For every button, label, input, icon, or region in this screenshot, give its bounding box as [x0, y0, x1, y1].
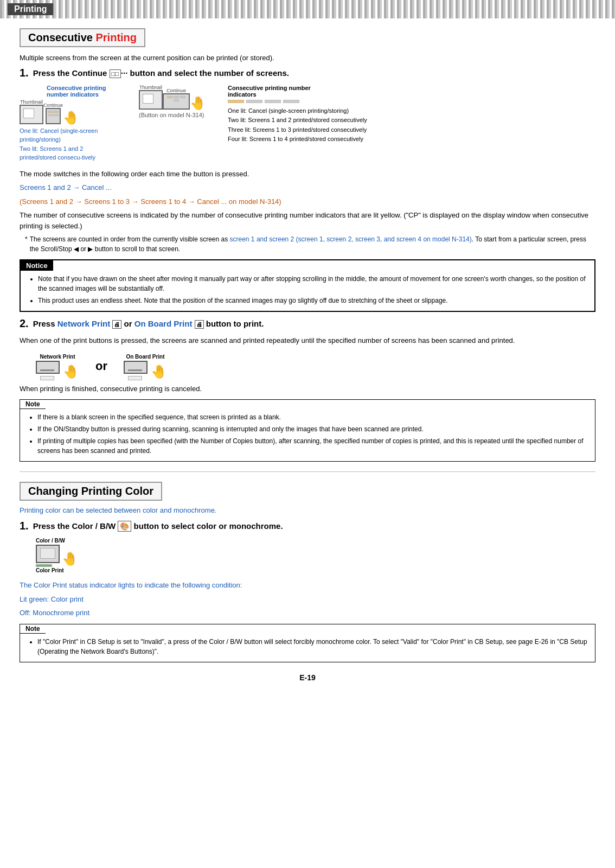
- on-board-printer-paper: [128, 376, 142, 380]
- color-note-title: Note: [20, 624, 46, 634]
- fig-left-title: Consecutive printingnumber indicators: [47, 85, 106, 98]
- color-note-body: If "Color Print" in CB Setup is set to "…: [20, 634, 595, 662]
- print-btns-row: Network Print 🤚 or On Board Print: [36, 354, 595, 379]
- network-print-link: Network Print: [57, 319, 111, 328]
- step1-num: 1.: [20, 67, 29, 79]
- step1-text: Press the Continue □□··· button and sele…: [33, 68, 289, 78]
- page-number: E-19: [299, 673, 316, 682]
- notice-body: Note that if you have drawn on the sheet…: [21, 271, 594, 311]
- thumb-label2: Thumbnail: [139, 85, 162, 90]
- ind2-gray: [48, 114, 59, 116]
- color-note-list: If "Color Print" in CB Setup is set to "…: [28, 637, 587, 656]
- network-print-img: 🤚: [36, 361, 79, 379]
- network-print-label: Network Print: [40, 354, 75, 360]
- right-desc4: Four lit: Screens 1 to 4 printed/stored …: [228, 136, 363, 142]
- cp-note: The number of consecutive screens is ind…: [20, 210, 595, 231]
- header-title: Printing: [8, 3, 53, 15]
- color-btn-label: Color / B/W: [36, 538, 65, 544]
- section-title: Consecutive Printing: [28, 31, 137, 43]
- network-print-icon: 🖨: [112, 320, 121, 329]
- dev-body2: [139, 90, 163, 110]
- hand-icon-color: 🤚: [62, 551, 78, 566]
- on-board-printer-body: [124, 361, 148, 374]
- color-step1-num: 1.: [20, 520, 29, 532]
- device-screen: [23, 108, 34, 118]
- network-print-fig: Network Print 🤚: [36, 354, 79, 379]
- off-text: Off: Monochrome print: [20, 608, 595, 618]
- continue-col: Continue: [43, 103, 63, 124]
- inds-bot: [174, 99, 179, 101]
- step2-text: Press Network Print 🖨 or On Board Print …: [33, 319, 264, 328]
- or-label: or: [95, 359, 107, 373]
- printer-paper: [40, 376, 54, 380]
- note-item-1: If there is a blank screen in the specif…: [37, 412, 587, 422]
- step2-desc: When one of the print buttons is pressed…: [20, 335, 595, 346]
- color-section: Changing Printing Color Printing color c…: [20, 482, 595, 662]
- fig-left: Consecutive printingnumber indicators Th…: [20, 85, 112, 162]
- fig-right-title: Consecutive printing numberindicators: [228, 85, 311, 98]
- step1-figures: Consecutive printingnumber indicators Th…: [20, 85, 595, 162]
- cont-col2: Continue: [163, 88, 190, 110]
- note-item-2: If the ON/Standby button is pressed duri…: [37, 424, 587, 434]
- on-board-printer-box: [124, 361, 148, 379]
- consecutive-desc: Multiple screens from the screen at the …: [20, 53, 595, 63]
- finish-note: When printing is finished, consecutive p…: [20, 384, 595, 394]
- notice-item-1: Note that if you have drawn on the sheet…: [38, 274, 587, 293]
- inds-top: [167, 96, 185, 98]
- order-line1: Screens 1 and 2 → Cancel ...: [20, 182, 595, 193]
- printer-slot: [40, 369, 54, 371]
- color-note-box: Note If "Color Print" in CB Setup is set…: [20, 624, 595, 662]
- lit-green: Lit green: Color print: [20, 594, 595, 605]
- step2-num: 2.: [20, 317, 29, 330]
- consecutive-printing-section-box: Consecutive Printing: [20, 28, 145, 47]
- note-title: Note: [20, 400, 46, 409]
- device-body: [20, 105, 43, 124]
- fig-middle: Thumbnail Continue: [139, 85, 206, 118]
- page-footer: E-19: [20, 673, 595, 693]
- on-board-print-img: 🤚: [124, 361, 167, 379]
- ind1-yellow: [48, 111, 59, 113]
- notice-list: Note that if you have drawn on the sheet…: [28, 274, 587, 305]
- fig-left-desc2: Two lit: Screens 1 and 2 printed/stored …: [20, 145, 95, 161]
- color-indicator-desc: The Color Print status indicator lights …: [20, 580, 595, 591]
- color-step1-text: Press the Color / B/W 🎨 button to select…: [33, 521, 283, 531]
- color-btn-body: [36, 545, 60, 563]
- fig-mid-device: Thumbnail Continue: [139, 85, 206, 110]
- step1-heading: 1. Press the Continue □□··· button and s…: [20, 67, 595, 79]
- asterisk-note: * The screens are counted in order from …: [25, 234, 595, 254]
- color-btn-screen: [40, 548, 55, 559]
- hand-icon-onboard: 🤚: [151, 364, 167, 379]
- note-list: If there is a blank screen in the specif…: [28, 412, 587, 456]
- notice-title: Notice: [21, 260, 53, 271]
- notice-item-2: This product uses an endless sheet. Note…: [38, 296, 587, 305]
- note-body: If there is a blank screen in the specif…: [20, 409, 595, 461]
- on-board-print-label: On Board Print: [126, 354, 164, 360]
- hand-icon-mid: 🤚: [190, 95, 206, 111]
- color-bw-icon: 🎨: [118, 521, 131, 532]
- section-divider: [20, 471, 595, 472]
- indicator-bars: [228, 100, 299, 103]
- color-indicator: [36, 564, 52, 567]
- dev-screen2: [143, 94, 153, 104]
- right-desc3: Three lit: Screens 1 to 3 printed/stored…: [228, 126, 367, 133]
- notice-box: Notice Note that if you have drawn on th…: [20, 259, 595, 312]
- network-printer-box: [36, 361, 60, 379]
- fig-right-lines: One lit: Cancel (single-screen printing/…: [228, 106, 367, 144]
- fig-left-desc: One lit: Cancel (single-screen printing/…: [20, 126, 112, 162]
- section-title-black: Consecutive: [28, 31, 95, 43]
- note-box: Note If there is a blank screen in the s…: [20, 399, 595, 462]
- on-board-print-icon: 🖨: [195, 320, 204, 329]
- main-content: Consecutive Printing Multiple screens fr…: [0, 18, 615, 703]
- color-section-box: Changing Printing Color: [20, 482, 162, 501]
- mode-switch-note: The mode switches in the following order…: [20, 169, 595, 180]
- order-line2: (Screens 1 and 2 → Screens 1 to 3 → Scre…: [20, 196, 595, 207]
- screen-ref: screen 1 and screen 2 (screen 1, screen …: [230, 235, 472, 243]
- continue-label: Continue: [43, 103, 63, 108]
- hand-icon-network: 🤚: [63, 364, 79, 379]
- color-desc: Printing color can be selected between c…: [20, 506, 595, 514]
- page-header: Printing: [0, 0, 615, 18]
- right-desc2: Two lit: Screens 1 and 2 printed/stored …: [228, 117, 367, 123]
- printer-body: [36, 361, 60, 374]
- hand-icon-left: 🤚: [63, 110, 79, 125]
- on-board-printer-slot: [128, 369, 142, 371]
